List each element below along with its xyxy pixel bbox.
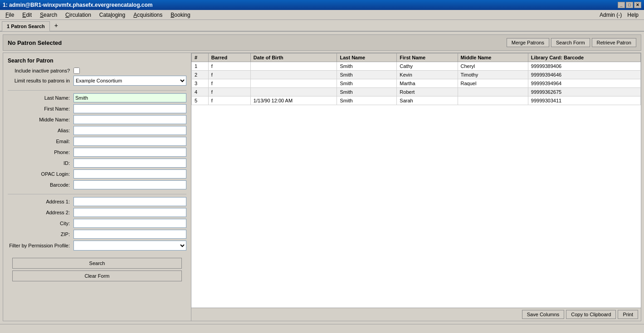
city-input[interactable] bbox=[73, 219, 186, 228]
col-middle[interactable]: Middle Name bbox=[458, 53, 528, 62]
alias-label: Alias: bbox=[8, 128, 73, 133]
maximize-button[interactable]: □ bbox=[626, 2, 633, 8]
menu-bar: File Edit Search Circulation Cataloging … bbox=[0, 10, 644, 20]
menu-circulation[interactable]: Circulation bbox=[62, 11, 95, 19]
limit-results-select[interactable]: Example Consortium bbox=[73, 76, 186, 86]
save-columns-button[interactable]: Save Columns bbox=[522, 310, 565, 319]
search-button[interactable]: Search bbox=[12, 258, 182, 269]
phone-row: Phone: bbox=[8, 148, 186, 157]
limit-results-row: Limit results to patrons in Example Cons… bbox=[8, 76, 186, 86]
cell-barred: f bbox=[208, 79, 250, 88]
clear-form-button[interactable]: Clear Form bbox=[12, 270, 182, 281]
filter-profile-row: Filter by Permission Profile: bbox=[8, 241, 186, 251]
menu-file[interactable]: File bbox=[2, 11, 18, 19]
limit-results-label: Limit results to patrons in bbox=[8, 78, 73, 83]
alias-input[interactable] bbox=[73, 126, 186, 135]
title-text: 1: admin@BR1-winxpvmfx.phasefx.evergreen… bbox=[3, 2, 152, 8]
address1-input[interactable] bbox=[73, 197, 186, 206]
menu-edit[interactable]: Edit bbox=[19, 11, 35, 19]
cell-first: Martha bbox=[397, 79, 458, 88]
menu-search[interactable]: Search bbox=[36, 11, 61, 19]
search-form-button[interactable]: Search Form bbox=[551, 38, 590, 47]
email-input[interactable] bbox=[73, 137, 186, 146]
cell-barred: f bbox=[208, 97, 250, 105]
filter-profile-select[interactable] bbox=[73, 241, 186, 251]
cell-first: Robert bbox=[397, 88, 458, 97]
cell-middle: Cheryl bbox=[458, 62, 528, 71]
admin-label[interactable]: Admin (-) bbox=[600, 12, 622, 18]
last-name-input[interactable] bbox=[73, 93, 186, 102]
tab-bar: 1 Patron Search + bbox=[0, 20, 644, 32]
col-last[interactable]: Last Name bbox=[337, 53, 397, 62]
cell-last: Smith bbox=[337, 97, 397, 105]
window-controls: _ □ ✕ bbox=[618, 2, 641, 8]
close-button[interactable]: ✕ bbox=[634, 2, 641, 8]
barcode-row: Barcode: bbox=[8, 180, 186, 189]
tab-add-button[interactable]: + bbox=[51, 20, 62, 31]
include-inactive-row: Include inactive patrons? bbox=[8, 68, 186, 74]
status-bar bbox=[0, 324, 644, 333]
retrieve-patron-button[interactable]: Retrieve Patron bbox=[592, 38, 636, 47]
middle-name-input[interactable] bbox=[73, 115, 186, 124]
city-row: City: bbox=[8, 219, 186, 228]
opac-login-input[interactable] bbox=[73, 169, 186, 179]
menu-booking[interactable]: Booking bbox=[167, 11, 194, 19]
barcode-input[interactable] bbox=[73, 180, 186, 189]
menu-acquisitions[interactable]: Acquisitions bbox=[130, 11, 166, 19]
copy-to-clipboard-button[interactable]: Copy to Clipboard bbox=[566, 310, 616, 319]
cell-middle bbox=[458, 88, 528, 97]
id-label: ID: bbox=[8, 160, 73, 166]
results-bottom: Save Columns Copy to Clipboard Print bbox=[191, 308, 641, 321]
print-button[interactable]: Print bbox=[618, 310, 638, 319]
no-patron-label: No Patron Selected bbox=[8, 39, 62, 46]
col-first[interactable]: First Name bbox=[397, 53, 458, 62]
cell-barcode: 99999389406 bbox=[528, 62, 640, 71]
cell-middle bbox=[458, 97, 528, 105]
address2-label: Address 2: bbox=[8, 210, 73, 215]
tab-patron-search[interactable]: 1 Patron Search bbox=[2, 21, 50, 31]
id-input[interactable] bbox=[73, 159, 186, 168]
include-inactive-checkbox[interactable] bbox=[73, 68, 80, 74]
search-form-title: Search for Patron bbox=[8, 58, 186, 64]
table-row[interactable]: 1fSmithCathyCheryl99999389406 bbox=[192, 62, 641, 71]
address1-label: Address 1: bbox=[8, 199, 73, 204]
table-row[interactable]: 4fSmithRobert99999362675 bbox=[192, 88, 641, 97]
cell-num: 2 bbox=[192, 71, 209, 79]
col-dob[interactable]: Date of Birth bbox=[250, 53, 337, 62]
merge-patrons-button[interactable]: Merge Patrons bbox=[507, 38, 549, 47]
phone-input[interactable] bbox=[73, 148, 186, 157]
zip-row: ZIP: bbox=[8, 230, 186, 239]
col-num[interactable]: # bbox=[192, 53, 209, 62]
zip-input[interactable] bbox=[73, 230, 186, 239]
first-name-input[interactable] bbox=[73, 104, 186, 113]
menu-cataloging[interactable]: Cataloging bbox=[96, 11, 129, 19]
search-form: Search for Patron Include inactive patro… bbox=[3, 53, 191, 321]
right-menu: Admin (-) Help bbox=[600, 12, 642, 18]
address2-input[interactable] bbox=[73, 208, 186, 217]
table-row[interactable]: 5f1/13/90 12:00 AMSmithSarah99999303411 bbox=[192, 97, 641, 105]
table-row[interactable]: 3fSmithMarthaRaquel99999394964 bbox=[192, 79, 641, 88]
results-table-wrap: # Barred Date of Birth Last Name First N… bbox=[191, 53, 641, 308]
help-label[interactable]: Help bbox=[627, 12, 639, 18]
cell-first: Sarah bbox=[397, 97, 458, 105]
address2-row: Address 2: bbox=[8, 208, 186, 217]
cell-dob bbox=[250, 88, 337, 97]
title-label: 1: admin@BR1-winxpvmfx.phasefx.evergreen… bbox=[3, 2, 152, 8]
filter-profile-label: Filter by Permission Profile: bbox=[8, 243, 73, 248]
col-barcode[interactable]: Library Card: Barcode bbox=[528, 53, 640, 62]
minimize-button[interactable]: _ bbox=[618, 2, 625, 8]
menu-items: File Edit Search Circulation Cataloging … bbox=[2, 11, 194, 19]
main-content: No Patron Selected Merge Patrons Search … bbox=[0, 32, 644, 324]
cell-last: Smith bbox=[337, 62, 397, 71]
email-label: Email: bbox=[8, 139, 73, 144]
cell-barcode: 99999303411 bbox=[528, 97, 640, 105]
first-name-label: First Name: bbox=[8, 106, 73, 111]
cell-dob: 1/13/90 12:00 AM bbox=[250, 97, 337, 105]
cell-dob bbox=[250, 62, 337, 71]
lower-panel: Search for Patron Include inactive patro… bbox=[3, 53, 641, 321]
col-barred[interactable]: Barred bbox=[208, 53, 250, 62]
cell-last: Smith bbox=[337, 71, 397, 79]
table-row[interactable]: 2fSmithKevinTimothy99999394646 bbox=[192, 71, 641, 79]
cell-barcode: 99999362675 bbox=[528, 88, 640, 97]
cell-num: 4 bbox=[192, 88, 209, 97]
